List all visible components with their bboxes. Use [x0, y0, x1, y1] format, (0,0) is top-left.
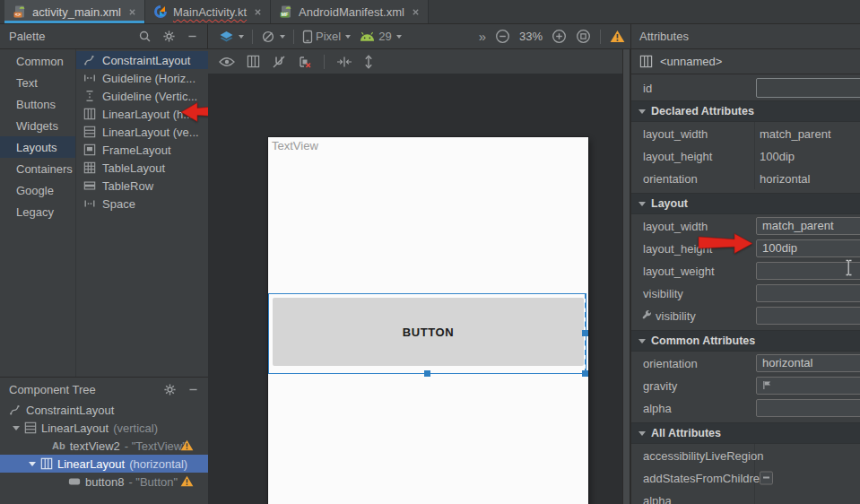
selected-component-row[interactable]: <unnamed>: [631, 49, 860, 74]
pack-expand-vertical-icon[interactable]: [364, 55, 373, 69]
palette-category-containers[interactable]: Containers: [0, 158, 75, 179]
attribute-row[interactable]: layout_height 100dip: [631, 144, 860, 167]
autoconnect-off-magnet-icon[interactable]: [272, 55, 286, 69]
view-options-eye-icon[interactable]: [219, 56, 235, 67]
tree-node-constraintlayout[interactable]: ConstraintLayout: [0, 401, 208, 419]
close-icon[interactable]: [128, 8, 136, 16]
palette-header: Palette: [0, 24, 208, 48]
palette-item-tablelayout[interactable]: TableLayout: [76, 159, 208, 177]
chevron-down-icon: [239, 35, 244, 39]
component-tree-header: Component Tree: [0, 378, 208, 401]
tree-node-linearlayout-vertical[interactable]: LinearLayout(vertical): [0, 419, 208, 437]
palette-category-widgets[interactable]: Widgets: [0, 115, 75, 136]
palette-category-text[interactable]: Text: [0, 72, 75, 93]
gear-icon[interactable]: [163, 383, 177, 396]
resize-handle-right[interactable]: [582, 330, 588, 336]
device-selector[interactable]: Pixel: [302, 30, 351, 44]
palette-item-guideline-horizontal[interactable]: Guideline (Horiz...: [76, 69, 208, 87]
tab-mainactivity-kt[interactable]: MainActivity.kt: [145, 0, 271, 23]
palette-category-common[interactable]: Common: [0, 50, 75, 72]
warning-icon[interactable]: [180, 439, 194, 451]
tab-androidmanifest-xml[interactable]: MF AndroidManifest.xml: [271, 0, 429, 23]
design-surface[interactable]: TextView BUTTON: [208, 74, 622, 504]
chevron-down-icon[interactable]: [13, 426, 20, 430]
gravity-input[interactable]: [756, 377, 860, 395]
palette-category-buttons[interactable]: Buttons: [0, 93, 75, 115]
linearlayout-horizontal-icon[interactable]: [247, 55, 260, 68]
close-icon[interactable]: [254, 8, 262, 16]
warning-icon[interactable]: [180, 475, 194, 487]
editor-tab-bar: <> activity_main.xml MainActivity.kt: [0, 0, 860, 24]
default-margins-icon[interactable]: [336, 56, 352, 67]
attribute-row[interactable]: accessibilityLiveRegion: [631, 444, 860, 466]
attribute-row[interactable]: alpha: [631, 489, 860, 504]
tree-node-textview2[interactable]: Ab textView2- "TextView": [0, 437, 208, 455]
clear-constraints-icon[interactable]: [298, 55, 312, 69]
api-level: 29: [378, 30, 391, 43]
tree-node-button8[interactable]: button8- "Button": [0, 473, 208, 491]
orientation-input[interactable]: horizontal: [756, 354, 860, 372]
palette-item-framelayout[interactable]: FrameLayout: [76, 141, 208, 159]
warning-icon[interactable]: [610, 30, 625, 43]
resize-handle-bottom[interactable]: [424, 370, 430, 377]
chevron-down-icon[interactable]: [29, 462, 36, 466]
zoom-in-button[interactable]: [552, 29, 567, 44]
section-header-declared-attributes[interactable]: Declared Attributes: [631, 100, 860, 122]
minimize-icon[interactable]: [187, 384, 199, 395]
canvas-textview[interactable]: TextView: [272, 139, 318, 152]
attr-label: visibility: [656, 308, 696, 322]
id-input[interactable]: [756, 78, 860, 98]
layout-width-input[interactable]: match_parent: [756, 217, 860, 235]
component-tree-title: Component Tree: [9, 383, 96, 396]
palette-item-space[interactable]: Space: [76, 195, 208, 213]
tab-activity-main-xml[interactable]: <> activity_main.xml: [4, 0, 145, 23]
section-header-layout[interactable]: Layout: [631, 193, 860, 214]
attribute-row[interactable]: visibility: [631, 282, 860, 304]
palette-item-constraintlayout[interactable]: ConstraintLayout: [76, 51, 208, 69]
zoom-to-fit-button[interactable]: [576, 29, 591, 44]
panel-splitter[interactable]: [622, 49, 630, 504]
visibility-input[interactable]: [756, 284, 860, 302]
gear-icon[interactable]: [162, 30, 176, 43]
api-level-selector[interactable]: 29: [359, 30, 401, 43]
attribute-row[interactable]: orientation horizontal: [631, 352, 860, 374]
flag-icon[interactable]: [762, 380, 772, 390]
minimize-icon[interactable]: [187, 30, 198, 42]
palette-item-list: ConstraintLayout Guideline (Horiz... Gui…: [76, 49, 208, 377]
chevron-down-icon: [396, 35, 402, 39]
zoom-out-button[interactable]: [495, 29, 510, 44]
attribute-row[interactable]: alpha: [631, 396, 860, 419]
orientation-button[interactable]: [261, 30, 285, 44]
attribute-row[interactable]: addStatesFromChildren: [631, 466, 860, 489]
attr-value[interactable]: match_parent: [760, 126, 831, 140]
layout-height-input[interactable]: 100dip: [756, 239, 860, 257]
search-icon[interactable]: [138, 30, 152, 43]
palette-category-google[interactable]: Google: [0, 179, 75, 201]
attribute-row[interactable]: layout_weight: [631, 259, 860, 282]
attr-value[interactable]: 100dip: [760, 149, 795, 162]
section-header-common-attributes[interactable]: Common Attributes: [631, 330, 860, 352]
palette-item-tablerow[interactable]: TableRow: [76, 177, 208, 195]
alpha-input[interactable]: [756, 399, 860, 417]
attribute-row[interactable]: layout_width match_parent: [631, 122, 860, 144]
section-header-all-attributes[interactable]: All Attributes: [631, 422, 860, 444]
resize-handle-bottom-right[interactable]: [582, 370, 588, 377]
tree-node-linearlayout-horizontal[interactable]: LinearLayout(horizontal): [0, 455, 208, 473]
tools-visibility-input[interactable]: [756, 307, 860, 325]
attribute-row[interactable]: gravity: [631, 374, 860, 396]
chevron-down-icon: [638, 109, 646, 114]
palette-category-layouts[interactable]: Layouts: [0, 136, 75, 158]
attr-value[interactable]: horizontal: [760, 171, 810, 185]
attribute-row[interactable]: orientation horizontal: [631, 167, 860, 189]
palette-item-linearlayout-vertical[interactable]: LinearLayout (ve...: [76, 123, 208, 141]
linearlayout-horizontal-icon: [83, 108, 96, 120]
close-icon[interactable]: [412, 8, 420, 16]
tab-label: MainActivity.kt: [173, 5, 247, 19]
attr-label: id: [643, 81, 652, 94]
palette-category-legacy[interactable]: Legacy: [0, 201, 75, 222]
guideline-horizontal-icon: [83, 72, 96, 84]
toolbar-overflow-button[interactable]: »: [479, 29, 486, 44]
add-states-from-children-checkbox[interactable]: [760, 471, 773, 484]
attribute-row[interactable]: visibility: [631, 304, 860, 326]
design-mode-button[interactable]: [219, 30, 244, 44]
